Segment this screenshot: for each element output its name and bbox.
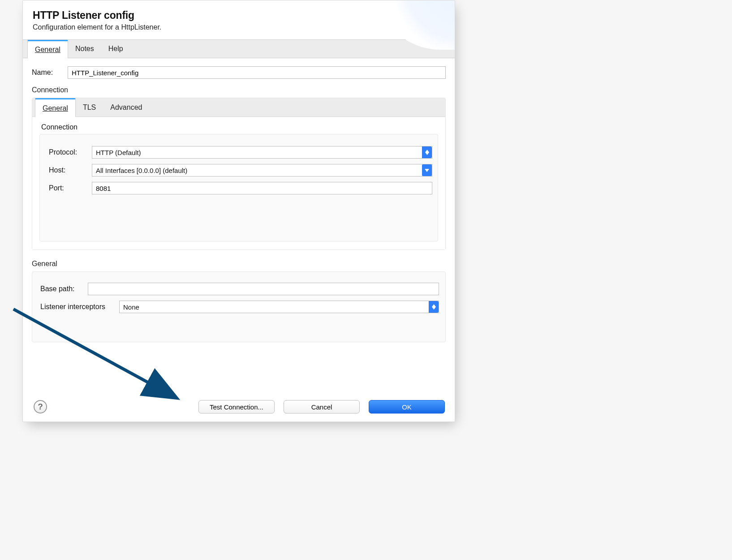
host-row: Host: All Interfaces [0.0.0.0] (default) <box>47 164 432 177</box>
conn-tab-tls-label: TLS <box>83 103 96 112</box>
tab-notes-label: Notes <box>75 45 94 53</box>
tab-general[interactable]: General <box>27 40 68 58</box>
protocol-value: HTTP (Default) <box>96 149 141 156</box>
main-tabstrip: General Notes Help <box>23 39 455 58</box>
http-listener-config-dialog: HTTP Listener config Configuration eleme… <box>22 0 455 422</box>
dialog-header: HTTP Listener config Configuration eleme… <box>23 0 455 36</box>
general-section-label: General <box>32 260 446 268</box>
updown-stepper-icon <box>429 301 439 313</box>
base-path-row: Base path: <box>39 283 439 295</box>
dialog-subtitle: Configuration element for a HttpListener… <box>33 23 445 31</box>
connection-panel: General TLS Advanced Connection Protocol… <box>32 98 446 250</box>
protocol-select[interactable]: HTTP (Default) <box>92 146 432 159</box>
conn-tab-advanced-label: Advanced <box>110 103 142 112</box>
name-row: Name: <box>32 66 446 79</box>
cancel-label: Cancel <box>311 403 332 411</box>
updown-stepper-icon <box>422 146 432 158</box>
tab-notes[interactable]: Notes <box>68 40 101 58</box>
base-path-label: Base path: <box>39 285 88 293</box>
port-row: Port: <box>47 182 432 194</box>
host-label: Host: <box>47 166 92 174</box>
test-connection-label: Test Connection... <box>210 403 263 411</box>
connection-group-title: Connection <box>41 123 438 131</box>
help-button[interactable]: ? <box>34 400 47 414</box>
connection-section-label: Connection <box>32 86 446 94</box>
protocol-label: Protocol: <box>47 148 92 156</box>
conn-tab-general-label: General <box>43 104 68 112</box>
connection-tabstrip: General TLS Advanced <box>32 98 445 117</box>
port-label: Port: <box>47 184 92 192</box>
host-value: All Interfaces [0.0.0.0] (default) <box>96 167 187 174</box>
help-icon: ? <box>38 402 43 412</box>
host-select[interactable]: All Interfaces [0.0.0.0] (default) <box>92 164 432 177</box>
test-connection-button[interactable]: Test Connection... <box>198 400 275 414</box>
tab-help[interactable]: Help <box>101 40 130 58</box>
listener-interceptors-select[interactable]: None <box>119 301 439 313</box>
tab-general-label: General <box>35 46 60 54</box>
name-label: Name: <box>32 69 68 77</box>
conn-tab-general[interactable]: General <box>35 98 76 117</box>
general-group: Base path: Listener interceptors None <box>32 271 446 342</box>
conn-tab-advanced[interactable]: Advanced <box>103 98 149 116</box>
cancel-button[interactable]: Cancel <box>284 400 360 414</box>
listener-interceptors-value: None <box>123 303 139 311</box>
tab-help-label: Help <box>108 45 123 53</box>
ok-label: OK <box>402 403 412 411</box>
connection-group: Protocol: HTTP (Default) Host: <box>39 134 438 241</box>
name-input[interactable] <box>68 66 446 79</box>
conn-tab-tls[interactable]: TLS <box>76 98 103 116</box>
protocol-row: Protocol: HTTP (Default) <box>47 146 432 159</box>
port-input[interactable] <box>92 182 432 194</box>
ok-button[interactable]: OK <box>369 400 445 414</box>
base-path-input[interactable] <box>88 283 439 295</box>
listener-interceptors-row: Listener interceptors None <box>39 301 439 313</box>
dialog-title: HTTP Listener config <box>33 9 445 22</box>
dialog-footer: ? Test Connection... Cancel OK <box>23 394 455 422</box>
listener-interceptors-label: Listener interceptors <box>39 303 119 311</box>
chevron-down-icon <box>422 164 432 176</box>
